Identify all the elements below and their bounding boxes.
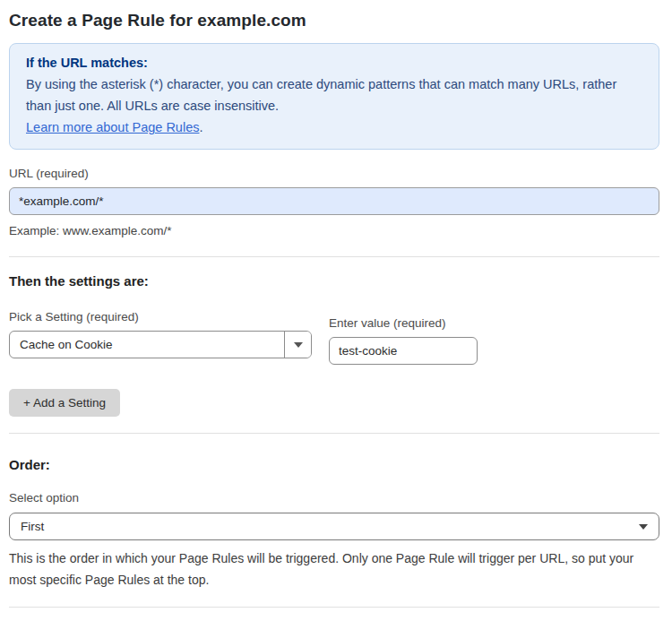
info-box-link-line: Learn more about Page Rules.	[26, 116, 642, 138]
settings-row: Pick a Setting (required) Cache on Cooki…	[9, 310, 659, 365]
settings-section-heading: Then the settings are:	[9, 273, 659, 289]
setting-dropdown[interactable]: Cache on Cookie	[9, 331, 312, 358]
chevron-down-icon	[294, 342, 303, 348]
setting-value-label: Enter value (required)	[329, 316, 478, 330]
learn-more-link[interactable]: Learn more about Page Rules	[26, 120, 199, 134]
setting-value-input[interactable]	[329, 337, 478, 365]
info-box-heading: If the URL matches:	[26, 52, 642, 73]
divider	[9, 607, 659, 608]
setting-picker-column: Pick a Setting (required) Cache on Cooki…	[9, 310, 312, 365]
order-select[interactable]: First	[9, 513, 659, 540]
page-title: Create a Page Rule for example.com	[9, 11, 659, 30]
add-setting-button[interactable]: + Add a Setting	[9, 389, 120, 417]
setting-dropdown-value[interactable]: Cache on Cookie	[10, 332, 285, 358]
setting-value-column: Enter value (required)	[329, 310, 478, 365]
link-suffix-period: .	[199, 120, 202, 134]
url-section: URL (required) Example: www.example.com/…	[9, 167, 659, 240]
order-section-heading: Order:	[9, 457, 659, 472]
chevron-down-icon	[639, 524, 648, 530]
url-field-label: URL (required)	[9, 167, 659, 180]
order-helper-text: This is the order in which your Page Rul…	[9, 548, 659, 591]
divider	[9, 256, 659, 257]
url-input[interactable]	[9, 187, 659, 215]
url-example-helper: Example: www.example.com/*	[9, 221, 659, 240]
setting-picker-label: Pick a Setting (required)	[9, 310, 312, 323]
order-select-label: Select option	[9, 491, 659, 505]
info-box-body: By using the asterisk (*) character, you…	[26, 73, 642, 116]
divider	[9, 433, 659, 434]
order-select-value: First	[21, 520, 44, 533]
setting-dropdown-arrow-button[interactable]	[285, 332, 311, 358]
url-match-info-box: If the URL matches: By using the asteris…	[9, 43, 659, 150]
page-rule-form: Create a Page Rule for example.com If th…	[0, 0, 672, 621]
